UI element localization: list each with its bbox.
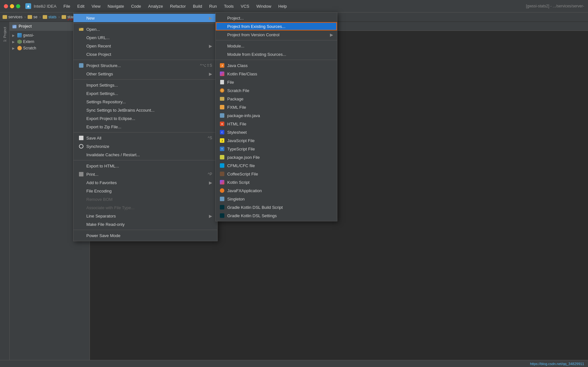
new-submenu-js[interactable]: J JavaScript File [216, 136, 337, 145]
breadcrumb-stats[interactable]: stats [43, 15, 56, 19]
app-name: IntelliJ IDEA [34, 4, 56, 9]
file-menu-sync-settings[interactable]: Sync Settings to JetBrains Account... [74, 106, 217, 114]
new-submenu-project-vcs[interactable]: Project from Version Control ▶ [216, 30, 337, 39]
folder-icon [3, 15, 7, 19]
separator [74, 160, 217, 160]
traffic-lights [4, 4, 20, 8]
arrow-icon: ▶ [330, 32, 333, 37]
menu-view[interactable]: View [88, 3, 104, 10]
new-submenu-java-class[interactable]: J Java Class [216, 61, 337, 70]
new-submenu-project-existing[interactable]: Project from Existing Sources... [216, 22, 337, 30]
file-menu-save-all[interactable]: Save All ^S [74, 134, 217, 142]
file-menu-open-recent[interactable]: Open Recent ▶ [74, 42, 217, 50]
new-submenu-ts[interactable]: T TypeScript File [216, 145, 337, 153]
titlebar: IntelliJ IDEA File Edit View Navigate Co… [0, 0, 588, 12]
breadcrumb-se[interactable]: se [28, 15, 38, 19]
maximize-button[interactable] [16, 4, 20, 8]
file-menu-import-settings[interactable]: Import Settings... [74, 81, 217, 89]
tree-item-label: Scratch [23, 46, 36, 50]
separator [74, 60, 217, 60]
folder-icon [62, 15, 66, 19]
menu-navigate[interactable]: Navigate [104, 3, 127, 10]
separator [74, 230, 217, 230]
menu-window[interactable]: Window [253, 3, 274, 10]
new-submenu-json[interactable]: package.json File [216, 153, 337, 161]
file-menu-close-project[interactable]: Close Project [74, 50, 217, 58]
file-menu-power-save[interactable]: Power Save Mode [74, 231, 217, 240]
close-button[interactable] [4, 4, 8, 8]
new-submenu-stylesheet[interactable]: C Stylesheet [216, 128, 337, 136]
menu-analyze[interactable]: Analyze [145, 3, 166, 10]
breadcrumb-services[interactable]: services [3, 15, 22, 19]
new-submenu-module-existing[interactable]: Module from Existing Sources... [216, 50, 337, 58]
new-submenu-gradle-build[interactable]: Gradle Kotlin DSL Build Script [216, 203, 337, 211]
file-menu-add-favorites[interactable]: Add to Favorites ▶ [74, 178, 217, 187]
new-submenu-html[interactable]: H HTML File [216, 120, 337, 128]
menu-run[interactable]: Run [206, 3, 220, 10]
folder-open-icon [79, 27, 84, 32]
file-menu-line-separators[interactable]: Line Separators ▶ [74, 212, 217, 220]
menu-vcs[interactable]: VCS [238, 3, 253, 10]
file-menu-export-html[interactable]: Export to HTML... [74, 162, 217, 170]
arrow-icon: ▶ [209, 44, 212, 48]
menu-help[interactable]: Help [275, 3, 290, 10]
new-submenu-coffeescript[interactable]: CoffeeScript File [216, 170, 337, 178]
new-submenu-singleton[interactable]: Singleton [216, 195, 337, 203]
menu-edit[interactable]: Edit [74, 3, 88, 10]
project-label[interactable]: 1: Project [3, 24, 7, 44]
status-url: https://blog.csdn.net/qq_34829911 [530, 362, 584, 366]
file-menu-settings-repo[interactable]: Settings Repository... [74, 98, 217, 106]
file-menu-invalidate-caches[interactable]: Invalidate Caches / Restart... [74, 150, 217, 159]
new-label: New [86, 16, 206, 21]
new-submenu-javafx[interactable]: JavaFXApplication [216, 186, 337, 195]
new-submenu-fxml[interactable]: FXML File [216, 103, 337, 111]
arrow-icon: ▶ [209, 16, 212, 21]
minimize-button[interactable] [10, 4, 14, 8]
status-bar: https://blog.csdn.net/qq_34829911 [0, 360, 588, 367]
menu-file[interactable]: File [60, 3, 74, 10]
file-menu-make-read-only[interactable]: Make File Read-only [74, 220, 217, 228]
new-submenu-file[interactable]: File [216, 78, 337, 86]
file-menu-export-settings[interactable]: Export Settings... [74, 89, 217, 98]
new-icon [79, 15, 84, 21]
new-submenu-module[interactable]: Module... [216, 42, 337, 50]
module-icon [17, 33, 22, 38]
file-menu-other-settings[interactable]: Other Settings ▶ [74, 70, 217, 78]
new-submenu-package[interactable]: Package [216, 95, 337, 103]
new-submenu-pkg-info[interactable]: package-info.java [216, 111, 337, 120]
file-menu: New ▶ Open... Open URL... Open Recent ▶ … [73, 12, 218, 241]
new-submenu-kotlin-file[interactable]: Kotlin File/Class [216, 70, 337, 78]
menu-build[interactable]: Build [190, 3, 205, 10]
new-submenu-cfml[interactable]: CFML/CFC file [216, 161, 337, 170]
menu-tools[interactable]: Tools [221, 3, 237, 10]
separator [216, 60, 337, 60]
tree-arrow: ▶ [12, 40, 16, 44]
new-submenu-gradle-settings[interactable]: Gradle Kotlin DSL Settings [216, 211, 337, 220]
menu-refactor[interactable]: Refactor [167, 3, 189, 10]
file-menu-new[interactable]: New ▶ [74, 14, 217, 22]
separator [216, 40, 337, 40]
file-menu-file-encoding[interactable]: File Encoding [74, 187, 217, 195]
new-submenu-project[interactable]: Project... [216, 14, 337, 22]
structure-icon [79, 63, 84, 68]
svg-rect-4 [79, 28, 81, 29]
file-menu-export-eclipse[interactable]: Export Project to Eclipse... [74, 114, 217, 123]
separator [74, 79, 217, 80]
project-icon [12, 24, 17, 29]
file-menu-open[interactable]: Open... [74, 25, 217, 33]
new-submenu-scratch-file[interactable]: Scratch File [216, 86, 337, 95]
new-submenu-kotlin-script[interactable]: Kotlin Script [216, 178, 337, 186]
new-submenu: Project... Project from Existing Sources… [215, 12, 337, 221]
file-menu-project-structure[interactable]: Project Structure... ^⌥⇧S [74, 61, 217, 70]
file-menu-export-zip[interactable]: Export to Zip File... [74, 123, 217, 131]
title-path: [gwssi-stats2] - .../services/server- [526, 4, 584, 8]
menubar: File Edit View Navigate Code Analyze Ref… [60, 3, 290, 10]
separator [74, 23, 217, 24]
file-menu-open-url[interactable]: Open URL... [74, 33, 217, 42]
file-menu-print[interactable]: Print... ^P [74, 170, 217, 178]
svg-rect-2 [13, 25, 14, 26]
file-menu-synchronize[interactable]: Synchronize [74, 142, 217, 150]
menu-code[interactable]: Code [128, 3, 144, 10]
folder-icon [43, 15, 47, 19]
file-menu-remove-bom: Remove BOM [74, 195, 217, 203]
